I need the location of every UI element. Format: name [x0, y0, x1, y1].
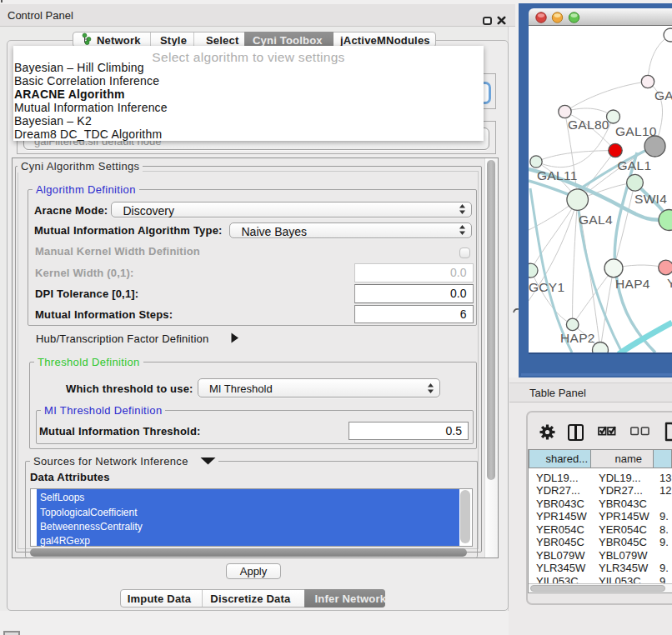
svg-text:GAL: GAL	[654, 88, 672, 102]
svg-text:GAL11: GAL11	[537, 168, 578, 182]
svg-text:HAP4: HAP4	[615, 277, 650, 291]
svg-text:HAP2: HAP2	[560, 331, 595, 345]
svg-text:GAL1: GAL1	[618, 158, 652, 172]
svg-text:GCY1: GCY1	[529, 280, 564, 294]
svg-text:GAL4: GAL4	[579, 212, 613, 227]
svg-text:Y: Y	[667, 276, 672, 290]
svg-text:SWI4: SWI4	[634, 192, 667, 206]
svg-text:GAL10: GAL10	[615, 124, 657, 138]
svg-text:GAL80: GAL80	[568, 118, 609, 132]
